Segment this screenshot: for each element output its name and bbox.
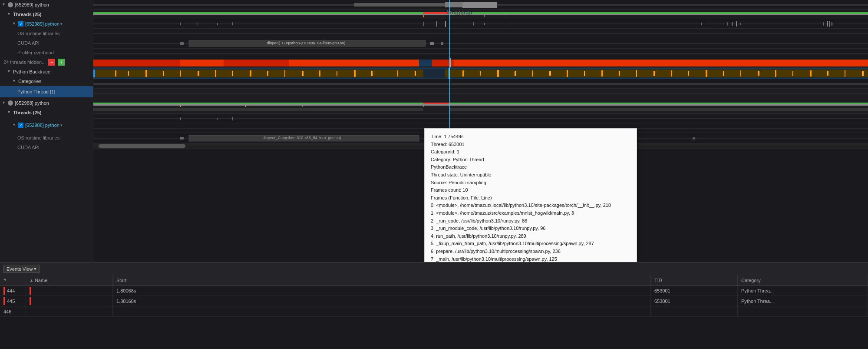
svg-rect-100	[671, 70, 672, 76]
svg-rect-107	[792, 71, 793, 76]
process2-row[interactable]: ▼ [652988] python	[0, 98, 93, 108]
events-view-dropdown[interactable]: Events View ▾	[3, 265, 40, 273]
threads2-viz	[93, 89, 868, 98]
svg-rect-85	[415, 71, 416, 76]
svg-rect-94	[567, 70, 568, 77]
svg-rect-72	[180, 70, 181, 76]
svg-rect-49	[93, 33, 868, 34]
python1-thread-row[interactable]: ▼ [652989] python ▾	[0, 19, 93, 29]
tooltip-frame0: 0: <module>, /home/tmazuz/.local/lib/pyt…	[431, 202, 630, 209]
svg-rect-98	[636, 70, 637, 77]
threads-expand: ▼	[7, 12, 12, 17]
backtrace-expand: ▼	[7, 69, 12, 74]
svg-rect-82	[354, 70, 356, 77]
svg-rect-44	[823, 22, 824, 26]
table-row[interactable]: 445 1.80168s 653001 Python Threa...	[0, 296, 868, 306]
table-row[interactable]: 446	[0, 306, 868, 317]
cell-name	[26, 286, 113, 296]
svg-rect-80	[319, 70, 320, 76]
python1-checkbox[interactable]	[18, 21, 23, 27]
svg-rect-47	[832, 22, 832, 26]
events-view-label: Events View	[7, 266, 33, 272]
svg-text:dlopen(_C.cpython-310-x86_64-l: dlopen(_C.cpython-310-x86_64-linux-gnu.s…	[263, 136, 341, 140]
svg-rect-27	[93, 23, 868, 24]
cell-start3	[113, 306, 651, 316]
process1-row[interactable]: ▼ [652989] python	[0, 0, 93, 10]
svg-rect-40	[727, 22, 728, 26]
cell-start2: 1.80168s	[113, 296, 651, 306]
svg-rect-103	[723, 71, 724, 76]
track-os-runtime1	[93, 19, 868, 29]
svg-rect-29	[198, 22, 198, 26]
svg-rect-99	[653, 71, 655, 76]
plus-button[interactable]: +	[58, 59, 65, 66]
svg-rect-9	[449, 15, 450, 17]
process2-viz	[93, 79, 868, 89]
svg-rect-101	[688, 71, 689, 76]
threads2-row[interactable]: ▼ Threads (25)	[0, 108, 93, 117]
col-start: Start	[113, 275, 651, 285]
python2-thread-row[interactable]: ▼ [652988] python ▾	[0, 117, 93, 133]
col-category: Category	[738, 275, 868, 285]
svg-rect-105	[758, 71, 759, 76]
svg-rect-115	[93, 93, 868, 94]
cuda-api1-row[interactable]: CUDA API	[0, 38, 93, 48]
svg-rect-59	[180, 60, 224, 66]
os-runtime2-row[interactable]: OS runtime libraries	[0, 133, 93, 143]
threads-row[interactable]: ▼ Threads (25)	[0, 10, 93, 19]
svg-rect-10	[484, 15, 485, 17]
svg-rect-11	[506, 15, 506, 17]
minus-button[interactable]: −	[48, 59, 55, 66]
tooltip-category-id: CategoryId: 1	[431, 148, 630, 156]
tooltip-frame4: 4: run_path, /usr/lib/python3.10/runpy.p…	[431, 233, 630, 240]
python-backtrace-viz	[93, 58, 868, 68]
profiler-overhead-row[interactable]: Profiler overhead	[0, 48, 93, 57]
svg-rect-18	[457, 12, 458, 15]
svg-rect-58	[93, 60, 180, 66]
svg-rect-126	[93, 118, 868, 119]
python-thread1-track-viz	[93, 68, 868, 79]
svg-rect-121	[245, 106, 246, 107]
track-os-runtime2	[93, 114, 868, 123]
svg-rect-42	[736, 21, 737, 27]
python1-dropdown[interactable]: ▾	[60, 22, 63, 26]
track-hidden-threads	[93, 49, 868, 58]
python-backtrace-row[interactable]: ▼ Python Backtrace	[0, 67, 93, 76]
python1-thread-viz	[93, 10, 868, 19]
tooltip-frame2: 2: _run_code, /usr/lib/python3.10/runpy.…	[431, 217, 630, 225]
svg-rect-13	[449, 11, 449, 14]
table-row[interactable]: 444 1.80068s 653001 Python Threa...	[0, 286, 868, 296]
svg-rect-97	[619, 71, 620, 76]
main-container: ▼ [652989] python ▼ Threads (25) ▼ [6529…	[0, 0, 868, 349]
cuda-api2-row[interactable]: CUDA API	[0, 143, 93, 152]
dropdown-arrow: ▾	[34, 266, 36, 272]
svg-rect-91	[515, 71, 516, 76]
col-name: ▲ Name	[26, 275, 113, 285]
python2-dropdown[interactable]: ▾	[60, 123, 63, 127]
svg-rect-14	[450, 11, 451, 14]
svg-rect-96	[601, 70, 603, 76]
track-threads2	[93, 89, 868, 98]
svg-rect-32	[423, 22, 424, 26]
categories-row[interactable]: ▼ Categories	[0, 76, 93, 86]
tooltip-time: Time: 1.75449s	[431, 133, 630, 141]
svg-rect-73	[198, 71, 199, 76]
python2-checkbox[interactable]	[18, 123, 23, 128]
tooltip-frame3: 3: _run_module_code, /usr/lib/python3.10…	[431, 225, 630, 233]
threads2-expand: ▼	[7, 110, 12, 115]
svg-rect-38	[701, 23, 702, 25]
svg-rect-109	[827, 71, 828, 76]
python-thread1-row[interactable]: Python Thread [1]	[0, 86, 93, 97]
process2-expand: ▼	[2, 100, 7, 106]
tooltip-python-backtrace: PythonBacktrace	[431, 163, 630, 171]
cell-tid: 653001	[651, 286, 738, 296]
python1-thread-label: [652989] python	[25, 21, 59, 27]
track-python1-thread	[93, 10, 868, 19]
track-python-thread1[interactable]	[93, 68, 868, 79]
status-circle	[8, 2, 13, 7]
svg-rect-83	[371, 71, 373, 76]
hscrollbar-thumb[interactable]	[99, 144, 185, 148]
tooltip-thread-state: Thread state: Uninterruptible	[431, 171, 630, 179]
svg-rect-61	[289, 60, 419, 66]
os-runtime1-row[interactable]: OS runtime libraries	[0, 29, 93, 38]
